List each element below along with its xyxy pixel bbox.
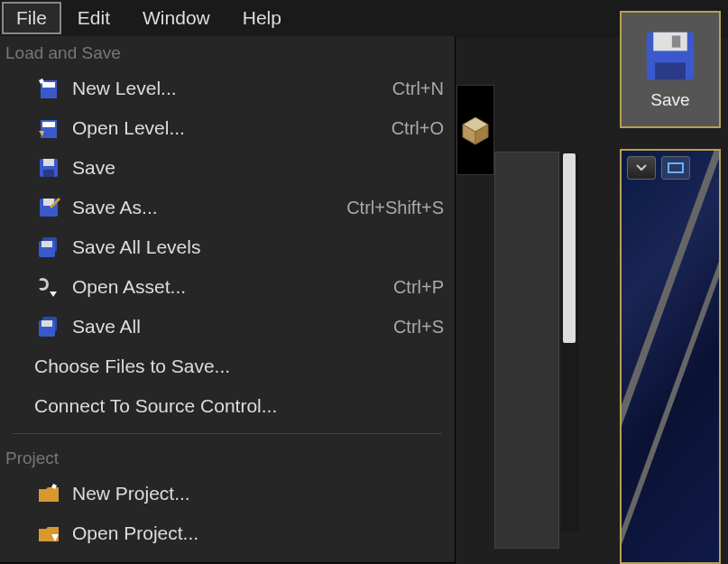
menu-save-label: Save [72, 157, 444, 179]
panel-behind [494, 152, 559, 549]
menu-save-as-shortcut: Ctrl+Shift+S [346, 198, 444, 218]
menu-separator [13, 433, 442, 434]
scrollbar[interactable] [561, 153, 579, 532]
svg-rect-14 [43, 159, 54, 166]
menu-choose-files-label: Choose Files to Save... [34, 356, 444, 377]
svg-rect-20 [41, 241, 52, 247]
menu-new-level-shortcut: Ctrl+N [392, 79, 444, 99]
svg-rect-4 [653, 32, 687, 51]
menu-save-all-label: Save All [72, 316, 393, 337]
viewport-panel[interactable] [620, 149, 721, 564]
menubar: File Edit Window Help [0, 0, 728, 36]
asset-thumbnail[interactable] [456, 85, 494, 175]
menu-new-level[interactable]: New Level... Ctrl+N [0, 69, 455, 108]
file-menu-dropdown: Load and Save New Level... Ctrl+N Open L… [0, 36, 456, 563]
svg-rect-23 [41, 320, 52, 327]
save-all-icon [36, 314, 61, 339]
menu-save-all-shortcut: Ctrl+S [393, 317, 444, 337]
save-all-levels-icon [36, 235, 61, 260]
toolbar-save-label: Save [650, 90, 689, 110]
menu-open-level[interactable]: Open Level... Ctrl+O [0, 108, 455, 148]
menu-file[interactable]: File [2, 2, 61, 34]
menu-open-asset-shortcut: Ctrl+P [393, 277, 444, 298]
perspective-icon [668, 162, 684, 173]
viewport-dropdown-button[interactable] [627, 156, 656, 180]
menu-save-all-levels-label: Save All Levels [72, 236, 444, 258]
menu-open-asset-label: Open Asset... [72, 276, 393, 298]
menu-save-all-levels[interactable]: Save All Levels [0, 227, 455, 267]
svg-rect-15 [43, 170, 54, 177]
chevron-down-icon [636, 164, 647, 171]
menu-edit[interactable]: Edit [61, 4, 126, 32]
new-project-icon [36, 481, 61, 506]
svg-rect-9 [42, 82, 55, 88]
menu-save-all[interactable]: Save All Ctrl+S [0, 307, 455, 347]
svg-rect-6 [672, 36, 680, 48]
save-floppy-icon [643, 29, 697, 83]
svg-rect-12 [42, 122, 55, 127]
open-level-icon [36, 116, 61, 141]
toolbar-save-button[interactable]: Save [620, 11, 721, 128]
menu-open-project-label: Open Project... [72, 522, 444, 544]
save-icon [36, 155, 61, 180]
menu-connect-source-control[interactable]: Connect To Source Control... [0, 386, 455, 426]
menu-window[interactable]: Window [126, 4, 226, 32]
open-asset-icon [36, 274, 61, 300]
svg-rect-7 [668, 163, 683, 172]
box-icon [459, 114, 492, 146]
save-as-icon [36, 195, 61, 220]
viewport-mode-button[interactable] [661, 156, 690, 180]
menu-save[interactable]: Save [0, 148, 455, 188]
menu-open-level-label: Open Level... [72, 117, 392, 139]
menu-open-level-shortcut: Ctrl+O [392, 118, 444, 139]
menu-new-level-label: New Level... [72, 78, 392, 99]
menu-new-project[interactable]: New Project... [0, 474, 455, 513]
section-load-and-save: Load and Save [0, 36, 455, 69]
menu-source-control-label: Connect To Source Control... [34, 395, 444, 417]
menu-help[interactable]: Help [226, 4, 298, 32]
menu-new-project-label: New Project... [72, 483, 444, 504]
menu-save-as[interactable]: Save As... Ctrl+Shift+S [0, 188, 455, 227]
menu-choose-files-to-save[interactable]: Choose Files to Save... [0, 347, 455, 386]
menu-save-as-label: Save As... [72, 197, 346, 218]
open-project-icon [36, 521, 61, 546]
new-level-icon [36, 76, 61, 101]
scrollbar-thumb[interactable] [563, 153, 576, 343]
section-project: Project [0, 441, 455, 474]
menu-open-project[interactable]: Open Project... [0, 513, 455, 553]
menu-open-asset[interactable]: Open Asset... Ctrl+P [0, 267, 455, 307]
svg-rect-5 [655, 63, 686, 80]
